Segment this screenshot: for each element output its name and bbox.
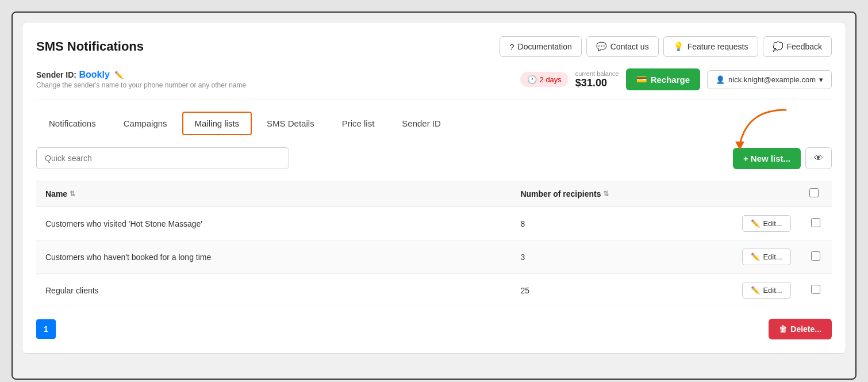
feedback-button[interactable]: 💭 Feedback [763,36,832,57]
row-checkbox[interactable] [811,285,820,294]
user-icon: 👤 [716,75,725,84]
edit-pencil-icon[interactable]: ✏️ [114,71,124,79]
row-check [800,274,832,307]
documentation-button[interactable]: ? Documentation [500,36,582,57]
balance-label: current balance [575,70,619,77]
page-title: SMS Notifications [36,39,144,54]
tab-mailing-lists[interactable]: Mailing lists [182,112,252,135]
edit-button[interactable]: ✏️ Edit... [742,215,790,232]
row-recipients: 8 [511,207,733,240]
contact-icon: 💬 [596,41,607,52]
sender-controls: 🕐 2 days current balance $31.00 💳 Rechar… [520,68,832,90]
row-actions: ✏️ Edit... [733,274,800,307]
tab-price-list[interactable]: Price list [329,112,387,135]
chevron-down-icon: ▾ [819,75,823,84]
tab-campaigns[interactable]: Campaigns [111,112,180,135]
row-checkbox[interactable] [811,218,820,227]
edit-button[interactable]: ✏️ Edit... [742,282,790,299]
col-header-actions [733,181,800,207]
row-recipients: 25 [511,274,733,307]
days-badge: 🕐 2 days [520,72,569,87]
trash-icon: 🗑 [779,324,787,334]
row-name: Customers who haven't booked for a long … [36,240,511,274]
col-header-name: Name ⇅ [36,181,511,207]
row-checkbox[interactable] [811,251,820,261]
edit-icon: ✏️ [751,219,760,228]
top-header: SMS Notifications ? Documentation 💬 Cont… [36,36,832,57]
account-dropdown[interactable]: 👤 nick.knight@example.com ▾ [707,70,832,89]
row-recipients: 3 [511,240,733,274]
sort-icon-name[interactable]: ⇅ [70,190,75,198]
edit-icon: ✏️ [751,253,760,261]
mailing-lists-table: Name ⇅ Number of recipients ⇅ [36,181,832,307]
search-input[interactable] [36,147,289,169]
sender-row: Sender ID: Bookly ✏️ Change the sender's… [36,68,832,100]
row-check [800,240,832,274]
table-row: Customers who haven't booked for a long … [36,240,832,274]
main-card: SMS Notifications ? Documentation 💬 Cont… [22,22,846,354]
sender-id-line: Sender ID: Bookly ✏️ [36,70,246,80]
sender-name-link[interactable]: Bookly [79,70,109,79]
row-check [800,207,832,240]
header-buttons: ? Documentation 💬 Contact us 💡 Feature r… [500,36,832,57]
outer-container: SMS Notifications ? Documentation 💬 Cont… [11,12,857,380]
tab-sender-id[interactable]: Sender ID [389,112,454,135]
delete-button[interactable]: 🗑 Delete... [769,319,832,339]
new-list-button[interactable]: + New list... [733,148,801,169]
col-header-recipients: Number of recipients ⇅ [511,181,733,207]
sort-icon-recipients[interactable]: ⇅ [603,190,609,198]
feature-requests-button[interactable]: 💡 Feature requests [663,36,758,57]
feature-icon: 💡 [673,41,684,52]
eye-button[interactable]: 👁 [805,147,832,169]
recharge-icon: 💳 [636,74,647,85]
balance-block: current balance $31.00 [575,70,619,89]
row-name: Customers who visited 'Hot Stone Massage… [36,207,511,240]
right-actions: + New list... 👁 [733,147,832,169]
pagination-row: 1 🗑 Delete... [36,319,832,339]
sender-description: Change the sender's name to your phone n… [36,81,246,89]
sender-id-label: Sender ID: [36,70,76,79]
table-row: Customers who visited 'Hot Stone Massage… [36,207,832,240]
table-row: Regular clients 25 ✏️ Edit... [36,274,832,307]
table-header-row: Name ⇅ Number of recipients ⇅ [36,181,832,207]
edit-button[interactable]: ✏️ Edit... [742,249,790,265]
documentation-icon: ? [509,42,514,52]
page-1-button[interactable]: 1 [36,319,56,339]
eye-icon: 👁 [814,153,823,163]
edit-icon: ✏️ [751,286,760,295]
clock-icon: 🕐 [527,75,537,84]
row-actions: ✏️ Edit... [733,240,800,274]
col-header-check [800,181,832,207]
tab-notifications[interactable]: Notifications [36,112,109,135]
actions-row: + New list... 👁 [36,147,832,169]
contact-us-button[interactable]: 💬 Contact us [586,36,659,57]
row-actions: ✏️ Edit... [733,207,800,240]
tab-sms-details[interactable]: SMS Details [254,112,327,135]
feedback-icon: 💭 [773,41,783,52]
row-name: Regular clients [36,274,511,307]
select-all-checkbox[interactable] [809,188,819,197]
sender-info: Sender ID: Bookly ✏️ Change the sender's… [36,70,246,89]
tabs-row: Notifications Campaigns Mailing lists SM… [36,112,832,136]
balance-amount: $31.00 [575,77,607,89]
table-body: Customers who visited 'Hot Stone Massage… [36,207,832,307]
recharge-button[interactable]: 💳 Recharge [626,68,700,90]
